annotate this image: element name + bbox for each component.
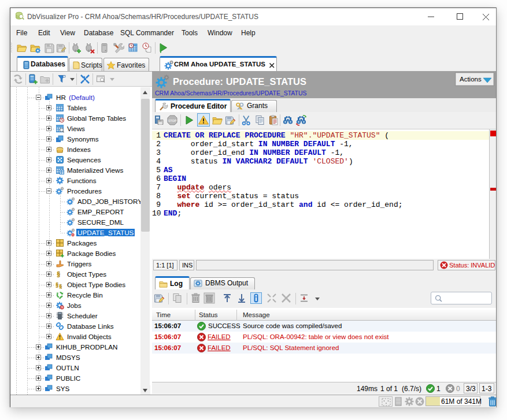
svg-text:§: § — [59, 283, 62, 289]
svg-text:§: § — [57, 270, 61, 278]
svg-text:§: § — [55, 281, 59, 288]
svg-text:STOP: STOP — [168, 119, 177, 122]
